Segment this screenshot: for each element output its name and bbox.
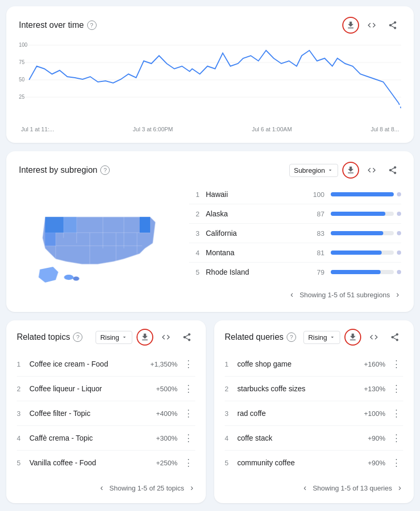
prev-page-arrow[interactable]: ‹ xyxy=(288,288,295,301)
share-button[interactable] xyxy=(384,17,401,34)
related-queries-download[interactable] xyxy=(344,329,361,346)
query-rank: 5 xyxy=(225,459,233,467)
rank-name: Hawaii xyxy=(206,190,301,199)
map-svg xyxy=(24,196,171,290)
related-topics-download[interactable] xyxy=(136,329,153,346)
card-title-text: Interest over time xyxy=(19,20,84,30)
chart-labels: Jul 1 at 11:... Jul 3 at 6:00PM Jul 6 at… xyxy=(19,126,401,132)
card-title: Interest over time ? xyxy=(19,20,97,30)
rank-bar-container xyxy=(331,231,394,235)
svg-text:25: 25 xyxy=(19,94,25,100)
related-queries-share[interactable] xyxy=(386,329,403,346)
download-button[interactable] xyxy=(342,17,359,34)
topic-value: +250% xyxy=(156,459,177,467)
topic-value: +400% xyxy=(156,410,177,418)
subregion-title-text: Interest by subregion xyxy=(19,165,97,175)
related-queries-title-text: Related queries xyxy=(225,332,284,342)
svg-rect-22 xyxy=(64,217,77,233)
rank-score: 81 xyxy=(308,249,324,257)
query-menu[interactable]: ⋮ xyxy=(390,406,403,420)
svg-point-18 xyxy=(64,275,74,280)
subregion-embed-button[interactable] xyxy=(363,162,380,179)
related-queries-header: Related queries ? Rising xyxy=(225,329,403,346)
related-topics-share[interactable] xyxy=(178,329,195,346)
related-queries-help-icon[interactable]: ? xyxy=(287,332,296,342)
interest-over-time-card: Interest over time ? 100 75 50 25 xyxy=(6,6,414,143)
svg-rect-21 xyxy=(45,233,56,246)
queries-prev[interactable]: ‹ xyxy=(301,481,308,495)
bottom-row: Related topics ? Rising 1 C xyxy=(6,320,414,503)
subregion-dropdown[interactable]: Subregion xyxy=(289,164,338,177)
embed-button[interactable] xyxy=(363,17,380,34)
chart-area: 100 75 50 25 xyxy=(19,40,401,124)
query-rank: 4 xyxy=(225,434,233,442)
queries-pagination-text: Showing 1-5 of 13 queries xyxy=(313,484,392,492)
related-topics-dropdown[interactable]: Rising xyxy=(96,331,132,344)
rank-name: Alaska xyxy=(206,210,301,218)
topic-menu[interactable]: ⋮ xyxy=(182,431,195,445)
next-page-arrow[interactable]: › xyxy=(394,288,401,301)
related-topics-embed[interactable] xyxy=(158,329,174,346)
topic-name: Coffee liqueur - Liquor xyxy=(29,384,152,393)
topic-value: +300% xyxy=(156,434,177,442)
subregion-help-icon[interactable]: ? xyxy=(100,165,110,175)
ranking-row: 1 Hawaii 100 xyxy=(189,185,401,204)
query-menu[interactable]: ⋮ xyxy=(390,357,403,371)
svg-text:75: 75 xyxy=(19,59,25,65)
rank-score: 100 xyxy=(308,191,324,199)
query-menu[interactable]: ⋮ xyxy=(390,431,403,445)
topics-prev[interactable]: ‹ xyxy=(98,481,105,495)
rank-bar-container xyxy=(331,212,394,216)
rank-bar-dot xyxy=(397,212,401,216)
svg-text:100: 100 xyxy=(19,42,28,48)
topic-name: Coffee ice cream - Food xyxy=(29,360,146,368)
topic-rank: 4 xyxy=(17,434,25,442)
chart-label-3: Jul 6 at 1:00AM xyxy=(252,126,292,132)
query-value: +160% xyxy=(364,360,385,368)
svg-rect-20 xyxy=(45,217,64,233)
query-name: community coffee xyxy=(237,458,363,467)
pagination-text: Showing 1-5 of 51 subregions xyxy=(300,291,390,299)
help-icon[interactable]: ? xyxy=(87,20,97,30)
topic-menu[interactable]: ⋮ xyxy=(182,357,195,371)
rank-number: 2 xyxy=(189,210,200,218)
topic-item: 2 Coffee liqueur - Liquor +500% ⋮ xyxy=(17,377,195,401)
rank-bar-container xyxy=(331,270,394,274)
query-menu[interactable]: ⋮ xyxy=(390,456,403,470)
subregion-card-title: Interest by subregion ? xyxy=(19,165,110,175)
rank-score: 83 xyxy=(308,230,324,237)
subregion-share-button[interactable] xyxy=(384,162,401,179)
topic-name: Coffee filter - Topic xyxy=(29,409,152,418)
topic-name: Vanilla coffee - Food xyxy=(29,458,152,467)
query-menu[interactable]: ⋮ xyxy=(390,382,403,395)
related-queries-dropdown[interactable]: Rising xyxy=(303,331,340,344)
topic-rank: 2 xyxy=(17,385,25,393)
topic-menu[interactable]: ⋮ xyxy=(182,382,195,395)
queries-list: 1 coffe shop game +160% ⋮ 2 starbucks co… xyxy=(225,352,403,475)
rank-bar-container xyxy=(331,251,394,255)
topic-value: +500% xyxy=(156,385,177,393)
rankings-container: 1 Hawaii 100 2 Alaska 87 3 California 83 xyxy=(189,185,401,301)
rank-name: Montana xyxy=(206,248,301,257)
topic-item: 5 Vanilla coffee - Food +250% ⋮ xyxy=(17,451,195,475)
rank-bar-dot xyxy=(397,270,401,274)
subregion-content: 1 Hawaii 100 2 Alaska 87 3 California 83 xyxy=(19,185,401,301)
rank-bar-wrapper xyxy=(331,231,401,235)
related-queries-embed[interactable] xyxy=(365,329,382,346)
query-name: coffe shop game xyxy=(237,360,360,368)
subregion-header-right: Subregion xyxy=(289,162,401,179)
subregion-download-button[interactable] xyxy=(342,162,359,179)
subregion-pagination: ‹ Showing 1-5 of 51 subregions › xyxy=(189,288,401,301)
related-queries-card: Related queries ? Rising 1 xyxy=(214,320,414,503)
related-topics-help-icon[interactable]: ? xyxy=(73,332,82,342)
ranking-row: 4 Montana 81 xyxy=(189,243,401,263)
topic-menu[interactable]: ⋮ xyxy=(182,406,195,420)
rank-score: 79 xyxy=(308,268,324,276)
topic-value: +1,350% xyxy=(150,360,177,368)
topics-next[interactable]: › xyxy=(188,481,195,495)
svg-text:50: 50 xyxy=(19,77,25,82)
topic-menu[interactable]: ⋮ xyxy=(182,456,195,470)
queries-next[interactable]: › xyxy=(396,481,403,495)
rank-bar-container xyxy=(331,192,394,196)
svg-point-19 xyxy=(73,277,79,281)
